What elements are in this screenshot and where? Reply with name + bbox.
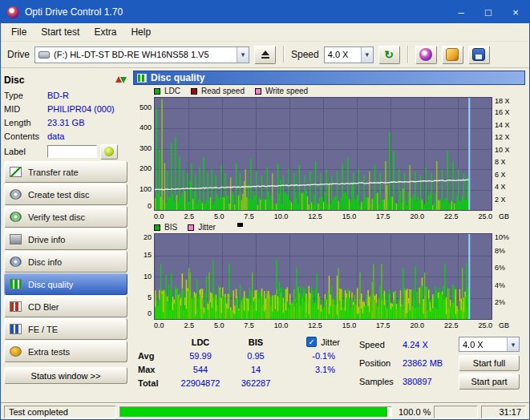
bis-y-axis-left: 20 15 10 5 0 bbox=[133, 233, 154, 320]
content: Disc Type BD-R MID PHILIPR04 (000) Lengt… bbox=[1, 68, 529, 403]
bis-column-header: BIS bbox=[231, 337, 281, 347]
ldc-legend-label: LDC bbox=[164, 87, 180, 95]
bis-legend-swatch bbox=[154, 224, 160, 231]
disc-contents-value: data bbox=[47, 131, 64, 141]
disc-mid-label: MID bbox=[4, 104, 47, 114]
max-ldc-value: 544 bbox=[170, 365, 231, 374]
ldc-y-axis-left: 500 400 300 200 100 0 bbox=[133, 97, 154, 211]
jitter-checkbox[interactable]: ✓ bbox=[306, 337, 317, 347]
avg-bis-value: 0.95 bbox=[231, 351, 281, 361]
sidebar-item-cd-bler[interactable]: CD Bler bbox=[4, 296, 127, 317]
menu-help[interactable]: Help bbox=[123, 26, 158, 38]
app-icon bbox=[7, 6, 19, 18]
cd-bler-icon bbox=[10, 301, 22, 312]
statusbar: Test completed 100.0 % 31:17 bbox=[1, 403, 529, 419]
eject-button[interactable] bbox=[254, 46, 276, 64]
disc-label-input[interactable] bbox=[47, 145, 97, 158]
chevron-down-icon[interactable]: ▾ bbox=[507, 337, 519, 351]
maximize-button[interactable]: □ bbox=[475, 1, 502, 23]
titlebar[interactable]: Opti Drive Control 1.70 – □ × bbox=[1, 1, 529, 23]
read-speed-legend-swatch bbox=[191, 88, 197, 95]
test-controls: Speed 4.24 X 4.0 X ▾ Position 23862 MB S… bbox=[359, 335, 520, 390]
drive-icon bbox=[38, 51, 50, 59]
jitter-legend-label: Jitter bbox=[198, 223, 216, 232]
refresh-speeds-button[interactable]: ↻ bbox=[378, 46, 400, 64]
start-full-button[interactable]: Start full bbox=[459, 355, 520, 371]
speed-stat-value: 4.24 X bbox=[403, 340, 455, 349]
sidebar-item-verify-test-disc[interactable]: Verify test disc bbox=[4, 206, 127, 228]
status-window-button[interactable]: Status window >> bbox=[4, 367, 127, 384]
disc-tool-button[interactable] bbox=[415, 46, 437, 64]
chevron-down-icon[interactable]: ▾ bbox=[237, 47, 249, 63]
total-row-label: Total bbox=[138, 378, 170, 388]
x-axis-unit: GB bbox=[499, 321, 509, 329]
sidebar-item-transfer-rate[interactable]: Transfer rate bbox=[4, 161, 127, 183]
jitter-checkbox-label: Jitter bbox=[321, 337, 340, 347]
speed-select-value: 4.0 X bbox=[328, 50, 358, 59]
ldc-legend-swatch bbox=[154, 88, 160, 95]
x-axis-unit: GB bbox=[499, 212, 509, 220]
sidebar-item-label: Disc quality bbox=[28, 280, 73, 289]
bis-legend-label: BIS bbox=[164, 223, 177, 232]
disc-quality-header-icon bbox=[137, 74, 147, 83]
max-bis-value: 14 bbox=[231, 365, 281, 374]
test-speed-select[interactable]: 4.0 X ▾ bbox=[459, 337, 520, 352]
sidebar-item-fe-te[interactable]: FE / TE bbox=[4, 318, 127, 340]
toolbar: Drive (F:) HL-DT-ST BD-RE WH16NS58 1.V5 … bbox=[1, 42, 529, 68]
drive-info-icon bbox=[10, 234, 22, 244]
panel-header: Disc quality bbox=[133, 71, 525, 85]
sidebar-item-label: FE / TE bbox=[28, 325, 58, 334]
extra-tests-icon bbox=[10, 346, 22, 357]
disc-mid-value: PHILIPR04 (000) bbox=[47, 104, 115, 114]
sidebar-item-label: Verify test disc bbox=[28, 212, 85, 222]
refresh-disc-icon[interactable] bbox=[115, 75, 127, 86]
toolbar-separator bbox=[283, 46, 284, 63]
close-button[interactable]: × bbox=[502, 1, 529, 23]
legend-marker bbox=[237, 223, 243, 227]
create-disc-icon bbox=[10, 189, 22, 200]
sidebar: Disc Type BD-R MID PHILIPR04 (000) Lengt… bbox=[3, 71, 130, 401]
disc-length-value: 23.31 GB bbox=[47, 118, 84, 127]
menu-file[interactable]: File bbox=[4, 26, 34, 38]
max-row-label: Max bbox=[138, 365, 170, 374]
bottom-chart-legend: BIS Jitter bbox=[154, 221, 525, 233]
sidebar-item-label: Transfer rate bbox=[28, 168, 79, 177]
disc-length-label: Length bbox=[4, 118, 47, 127]
bis-y-axis-right: 10% 8% 6% 4% 2% bbox=[492, 233, 520, 320]
verify-disc-icon bbox=[10, 212, 22, 222]
stats-table: LDC BIS ✓ Jitter Avg 59.99 0.95 -0.1% Ma… bbox=[138, 335, 348, 390]
sidebar-item-extra-tests[interactable]: Extra tests bbox=[4, 341, 127, 362]
toolbar-separator bbox=[407, 46, 408, 63]
menu-extra[interactable]: Extra bbox=[87, 26, 123, 38]
label-disc-icon bbox=[104, 147, 114, 156]
eject-icon bbox=[261, 50, 269, 55]
sidebar-item-disc-quality[interactable]: Disc quality bbox=[4, 273, 127, 295]
chevron-down-icon[interactable]: ▾ bbox=[361, 47, 373, 63]
read-speed-legend-label: Read speed bbox=[201, 87, 245, 95]
progress-fill bbox=[120, 407, 387, 417]
menu-start-test[interactable]: Start test bbox=[34, 26, 87, 38]
bis-chart-canvas bbox=[154, 233, 492, 320]
drive-select-value: (F:) HL-DT-ST BD-RE WH16NS58 1.V5 bbox=[54, 50, 233, 59]
write-label-button[interactable] bbox=[100, 144, 118, 160]
erase-tool-button[interactable] bbox=[442, 46, 463, 64]
start-part-button[interactable]: Start part bbox=[459, 374, 520, 390]
speed-stat-label: Speed bbox=[359, 340, 399, 349]
save-button[interactable] bbox=[468, 46, 490, 64]
drive-select[interactable]: (F:) HL-DT-ST BD-RE WH16NS58 1.V5 ▾ bbox=[34, 46, 249, 63]
minimize-button[interactable]: – bbox=[447, 1, 475, 23]
progress-percent: 100.0 % bbox=[399, 407, 431, 417]
sidebar-item-label: Create test disc bbox=[28, 190, 89, 200]
ldc-y-axis-right: 18 X 16 X 14 X 12 X 10 X 8 X 6 X 4 X 2 X bbox=[492, 97, 520, 211]
sidebar-item-create-test-disc[interactable]: Create test disc bbox=[4, 184, 127, 205]
stats-area: LDC BIS ✓ Jitter Avg 59.99 0.95 -0.1% Ma… bbox=[138, 335, 525, 390]
sidebar-item-drive-info[interactable]: Drive info bbox=[4, 228, 127, 250]
speed-label: Speed bbox=[291, 49, 319, 60]
write-speed-legend-swatch bbox=[255, 88, 261, 95]
disc-label-label: Label bbox=[4, 147, 44, 156]
sidebar-item-disc-info[interactable]: Disc info bbox=[4, 251, 127, 273]
speed-select[interactable]: 4.0 X ▾ bbox=[324, 46, 374, 63]
disc-type-value: BD-R bbox=[47, 91, 69, 100]
sidebar-item-label: Extra tests bbox=[28, 347, 70, 357]
refresh-icon: ↻ bbox=[384, 49, 394, 60]
